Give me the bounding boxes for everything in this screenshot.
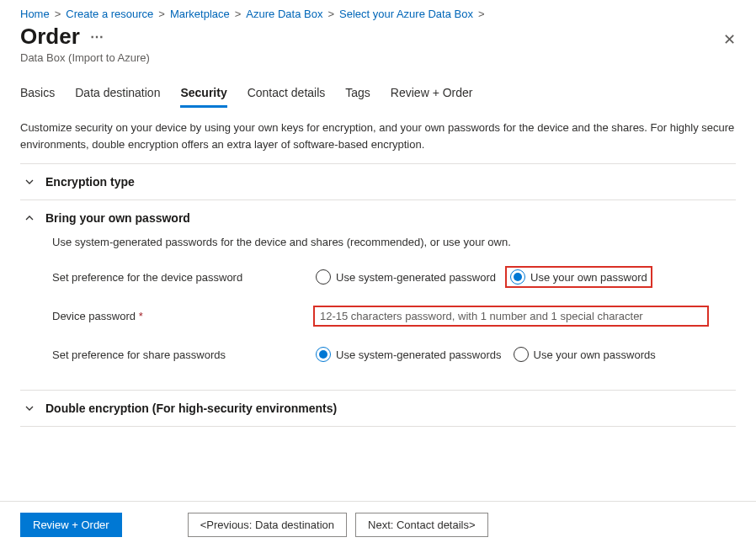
close-icon[interactable]: ✕ [723,30,736,49]
radio-label: Use system-generated password [336,271,496,284]
review-order-button[interactable]: Review + Order [20,513,122,537]
radio-label: Use your own passwords [534,348,656,361]
more-icon[interactable]: ⋯ [90,29,104,45]
previous-button[interactable]: <Previous: Data destination [188,513,347,537]
radio-label: Use system-generated passwords [336,348,502,361]
tab-basics[interactable]: Basics [20,86,55,108]
page-subtitle: Data Box (Import to Azure) [20,51,723,64]
chevron-right-icon: > [235,8,242,20]
radio-system-generated-share[interactable]: Use system-generated passwords [313,346,504,363]
section-title-double-encryption: Double encryption (For high-security env… [45,402,337,415]
tab-contact-details[interactable]: Contact details [248,86,326,108]
breadcrumb-azure-data-box[interactable]: Azure Data Box [246,8,322,20]
radio-own-share-password[interactable]: Use your own passwords [511,346,658,363]
breadcrumb-create-resource[interactable]: Create a resource [66,8,153,20]
next-button[interactable]: Next: Contact details> [355,513,488,537]
page-title: Order ⋯ [20,24,723,50]
required-asterisk: * [139,310,143,322]
radio-label: Use your own password [530,271,647,284]
device-password-input[interactable] [313,306,709,327]
chevron-right-icon: > [327,8,334,20]
section-encryption-type: Encryption type [20,164,736,200]
breadcrumb: Home > Create a resource > Marketplace >… [0,0,756,24]
section-toggle-byop[interactable]: Bring your own password [20,200,736,236]
radio-own-device-password[interactable]: Use your own password [505,266,652,288]
section-toggle-double-encryption[interactable]: Double encryption (For high-security env… [20,391,736,426]
row-share-password-pref: Set preference for share passwords Use s… [52,343,732,366]
page-header: Order ⋯ Data Box (Import to Azure) ✕ [0,24,756,67]
breadcrumb-marketplace[interactable]: Marketplace [170,8,230,20]
row-device-password: Device password * [52,304,732,327]
chevron-right-icon: > [158,8,165,20]
byop-intro: Use system-generated passwords for the d… [52,236,732,248]
breadcrumb-select-data-box[interactable]: Select your Azure Data Box [339,8,473,20]
chevron-down-icon [24,176,35,188]
tab-data-destination[interactable]: Data destination [75,86,160,108]
tab-security[interactable]: Security [180,86,226,108]
label-device-password-pref: Set preference for the device password [52,271,313,284]
section-title-encryption: Encryption type [45,175,135,189]
tab-review-order[interactable]: Review + Order [391,86,473,108]
section-double-encryption: Double encryption (For high-security env… [20,391,736,427]
tab-description: Customize security on your device by usi… [20,120,736,153]
tabs: Basics Data destination Security Contact… [0,67,756,108]
chevron-right-icon: > [55,8,61,20]
chevron-right-icon: > [478,8,485,20]
tab-tags[interactable]: Tags [345,86,370,108]
section-title-byop: Bring your own password [45,211,190,225]
breadcrumb-home[interactable]: Home [20,8,50,20]
label-device-password: Device password * [52,310,313,322]
section-bring-your-own-password: Bring your own password Use system-gener… [20,200,736,391]
radio-system-generated-device[interactable]: Use system-generated password [313,269,498,285]
chevron-down-icon [24,402,35,414]
row-device-password-pref: Set preference for the device password U… [52,265,732,289]
chevron-up-icon [24,212,35,224]
section-toggle-encryption[interactable]: Encryption type [20,164,736,200]
footer: Review + Order <Previous: Data destinati… [0,501,756,548]
label-share-password-pref: Set preference for share passwords [52,348,313,361]
